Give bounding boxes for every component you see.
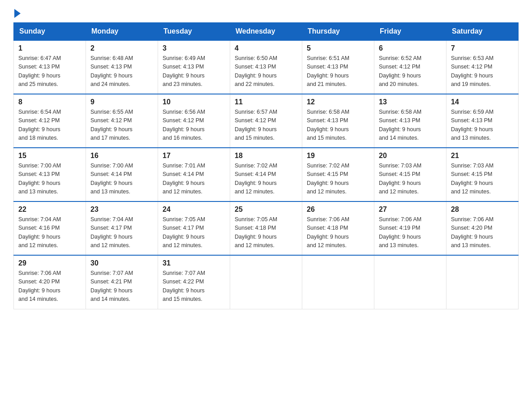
calendar-cell: 21 Sunrise: 7:03 AMSunset: 4:15 PMDaylig… — [446, 148, 519, 201]
calendar-cell: 4 Sunrise: 6:50 AMSunset: 4:13 PMDayligh… — [230, 40, 302, 94]
calendar-cell: 16 Sunrise: 7:00 AMSunset: 4:14 PMDaylig… — [86, 148, 158, 201]
calendar-cell — [446, 255, 519, 309]
calendar-cell: 14 Sunrise: 6:59 AMSunset: 4:13 PMDaylig… — [446, 94, 519, 148]
day-number: 22 — [18, 206, 81, 214]
day-info: Sunrise: 7:01 AMSunset: 4:14 PMDaylight:… — [163, 162, 225, 197]
day-info: Sunrise: 7:05 AMSunset: 4:18 PMDaylight:… — [235, 215, 297, 250]
weekday-header-sunday: Sunday — [14, 23, 86, 41]
calendar-cell: 18 Sunrise: 7:02 AMSunset: 4:14 PMDaylig… — [230, 148, 302, 201]
day-number: 7 — [451, 44, 514, 52]
calendar-cell — [230, 255, 302, 309]
day-number: 31 — [163, 259, 225, 267]
day-number: 18 — [235, 152, 297, 160]
day-number: 15 — [18, 152, 81, 160]
day-number: 11 — [235, 98, 297, 106]
calendar-cell: 12 Sunrise: 6:58 AMSunset: 4:13 PMDaylig… — [302, 94, 374, 148]
calendar-cell: 28 Sunrise: 7:06 AMSunset: 4:20 PMDaylig… — [446, 201, 519, 255]
calendar-cell: 8 Sunrise: 6:54 AMSunset: 4:12 PMDayligh… — [14, 94, 86, 148]
day-info: Sunrise: 6:55 AMSunset: 4:12 PMDaylight:… — [90, 108, 153, 143]
day-number: 6 — [379, 44, 442, 52]
day-info: Sunrise: 6:47 AMSunset: 4:13 PMDaylight:… — [18, 54, 81, 89]
day-info: Sunrise: 7:00 AMSunset: 4:13 PMDaylight:… — [18, 162, 81, 197]
day-number: 2 — [90, 44, 153, 52]
calendar-cell: 29 Sunrise: 7:06 AMSunset: 4:20 PMDaylig… — [14, 255, 86, 309]
day-info: Sunrise: 7:02 AMSunset: 4:15 PMDaylight:… — [307, 162, 369, 197]
calendar-cell: 3 Sunrise: 6:49 AMSunset: 4:13 PMDayligh… — [158, 40, 230, 94]
day-number: 13 — [379, 98, 442, 106]
calendar-cell: 17 Sunrise: 7:01 AMSunset: 4:14 PMDaylig… — [158, 148, 230, 201]
calendar-cell: 13 Sunrise: 6:58 AMSunset: 4:13 PMDaylig… — [374, 94, 446, 148]
calendar-week-row: 8 Sunrise: 6:54 AMSunset: 4:12 PMDayligh… — [14, 94, 519, 148]
calendar-week-row: 29 Sunrise: 7:06 AMSunset: 4:20 PMDaylig… — [14, 255, 519, 309]
calendar-cell: 26 Sunrise: 7:06 AMSunset: 4:18 PMDaylig… — [302, 201, 374, 255]
day-info: Sunrise: 6:49 AMSunset: 4:13 PMDaylight:… — [163, 54, 225, 89]
calendar-cell: 22 Sunrise: 7:04 AMSunset: 4:16 PMDaylig… — [14, 201, 86, 255]
weekday-header-tuesday: Tuesday — [158, 23, 230, 41]
calendar-cell: 6 Sunrise: 6:52 AMSunset: 4:12 PMDayligh… — [374, 40, 446, 94]
day-info: Sunrise: 7:00 AMSunset: 4:14 PMDaylight:… — [90, 162, 153, 197]
day-number: 16 — [90, 152, 153, 160]
calendar-table: SundayMondayTuesdayWednesdayThursdayFrid… — [13, 22, 519, 309]
calendar-cell: 20 Sunrise: 7:03 AMSunset: 4:15 PMDaylig… — [374, 148, 446, 201]
day-info: Sunrise: 7:02 AMSunset: 4:14 PMDaylight:… — [235, 162, 297, 197]
day-info: Sunrise: 6:48 AMSunset: 4:13 PMDaylight:… — [90, 54, 153, 89]
calendar-cell: 2 Sunrise: 6:48 AMSunset: 4:13 PMDayligh… — [86, 40, 158, 94]
day-number: 26 — [307, 206, 369, 214]
day-number: 21 — [451, 152, 514, 160]
day-number: 5 — [307, 44, 369, 52]
weekday-header-wednesday: Wednesday — [230, 23, 302, 41]
day-info: Sunrise: 6:51 AMSunset: 4:13 PMDaylight:… — [307, 54, 369, 89]
day-info: Sunrise: 6:57 AMSunset: 4:12 PMDaylight:… — [235, 108, 297, 143]
day-number: 27 — [379, 206, 442, 214]
day-number: 12 — [307, 98, 369, 106]
day-info: Sunrise: 7:06 AMSunset: 4:20 PMDaylight:… — [18, 269, 81, 304]
day-info: Sunrise: 6:52 AMSunset: 4:12 PMDaylight:… — [379, 54, 442, 89]
day-info: Sunrise: 7:03 AMSunset: 4:15 PMDaylight:… — [379, 162, 442, 197]
calendar-cell: 24 Sunrise: 7:05 AMSunset: 4:17 PMDaylig… — [158, 201, 230, 255]
day-info: Sunrise: 6:53 AMSunset: 4:12 PMDaylight:… — [451, 54, 514, 89]
day-info: Sunrise: 6:56 AMSunset: 4:12 PMDaylight:… — [163, 108, 225, 143]
calendar-week-row: 22 Sunrise: 7:04 AMSunset: 4:16 PMDaylig… — [14, 201, 519, 255]
day-info: Sunrise: 7:06 AMSunset: 4:19 PMDaylight:… — [379, 215, 442, 250]
calendar-cell: 19 Sunrise: 7:02 AMSunset: 4:15 PMDaylig… — [302, 148, 374, 201]
day-info: Sunrise: 7:07 AMSunset: 4:22 PMDaylight:… — [163, 269, 225, 304]
day-info: Sunrise: 7:04 AMSunset: 4:16 PMDaylight:… — [18, 215, 81, 250]
day-number: 28 — [451, 206, 514, 214]
calendar-cell: 7 Sunrise: 6:53 AMSunset: 4:12 PMDayligh… — [446, 40, 519, 94]
weekday-header-saturday: Saturday — [446, 23, 519, 41]
day-info: Sunrise: 7:03 AMSunset: 4:15 PMDaylight:… — [451, 162, 514, 197]
logo-arrow-icon — [14, 9, 21, 18]
day-number: 4 — [235, 44, 297, 52]
calendar-cell: 1 Sunrise: 6:47 AMSunset: 4:13 PMDayligh… — [14, 40, 86, 94]
day-info: Sunrise: 6:50 AMSunset: 4:13 PMDaylight:… — [235, 54, 297, 89]
day-info: Sunrise: 7:06 AMSunset: 4:20 PMDaylight:… — [451, 215, 514, 250]
weekday-header-row: SundayMondayTuesdayWednesdayThursdayFrid… — [14, 23, 519, 41]
calendar-cell: 10 Sunrise: 6:56 AMSunset: 4:12 PMDaylig… — [158, 94, 230, 148]
day-info: Sunrise: 6:58 AMSunset: 4:13 PMDaylight:… — [307, 108, 369, 143]
weekday-header-thursday: Thursday — [302, 23, 374, 41]
day-number: 25 — [235, 206, 297, 214]
day-info: Sunrise: 7:05 AMSunset: 4:17 PMDaylight:… — [163, 215, 225, 250]
weekday-header-monday: Monday — [86, 23, 158, 41]
day-number: 10 — [163, 98, 225, 106]
calendar-cell: 27 Sunrise: 7:06 AMSunset: 4:19 PMDaylig… — [374, 201, 446, 255]
day-number: 3 — [163, 44, 225, 52]
calendar-cell — [302, 255, 374, 309]
calendar-cell: 11 Sunrise: 6:57 AMSunset: 4:12 PMDaylig… — [230, 94, 302, 148]
day-number: 8 — [18, 98, 81, 106]
calendar-cell: 5 Sunrise: 6:51 AMSunset: 4:13 PMDayligh… — [302, 40, 374, 94]
day-number: 24 — [163, 206, 225, 214]
calendar-cell: 31 Sunrise: 7:07 AMSunset: 4:22 PMDaylig… — [158, 255, 230, 309]
calendar-cell: 9 Sunrise: 6:55 AMSunset: 4:12 PMDayligh… — [86, 94, 158, 148]
header — [13, 9, 519, 18]
day-number: 14 — [451, 98, 514, 106]
calendar-week-row: 15 Sunrise: 7:00 AMSunset: 4:13 PMDaylig… — [14, 148, 519, 201]
calendar-cell: 23 Sunrise: 7:04 AMSunset: 4:17 PMDaylig… — [86, 201, 158, 255]
day-info: Sunrise: 7:07 AMSunset: 4:21 PMDaylight:… — [90, 269, 153, 304]
day-info: Sunrise: 6:54 AMSunset: 4:12 PMDaylight:… — [18, 108, 81, 143]
calendar-cell: 25 Sunrise: 7:05 AMSunset: 4:18 PMDaylig… — [230, 201, 302, 255]
calendar-cell: 15 Sunrise: 7:00 AMSunset: 4:13 PMDaylig… — [14, 148, 86, 201]
weekday-header-friday: Friday — [374, 23, 446, 41]
day-info: Sunrise: 7:04 AMSunset: 4:17 PMDaylight:… — [90, 215, 153, 250]
day-info: Sunrise: 7:06 AMSunset: 4:18 PMDaylight:… — [307, 215, 369, 250]
